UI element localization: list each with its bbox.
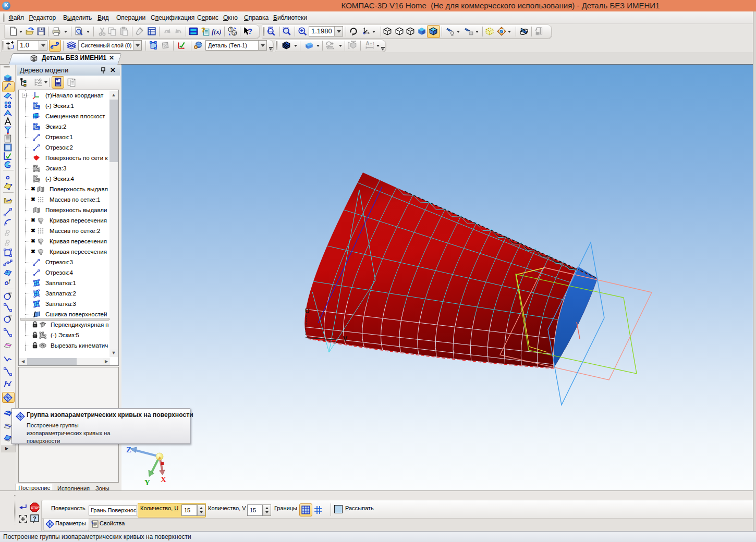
svg-text:±1: ±1: [370, 41, 374, 46]
svg-text:f: f: [8, 278, 11, 284]
svg-text:?: ?: [201, 27, 205, 34]
svg-text:A: A: [365, 41, 370, 46]
svg-text:STOP: STOP: [31, 506, 40, 509]
svg-text:?: ?: [33, 515, 36, 522]
svg-text:f(x): f(x): [212, 28, 221, 35]
svg-text:2: 2: [233, 31, 236, 36]
svg-text:?: ?: [248, 27, 252, 35]
svg-text:1: 1: [230, 27, 233, 32]
